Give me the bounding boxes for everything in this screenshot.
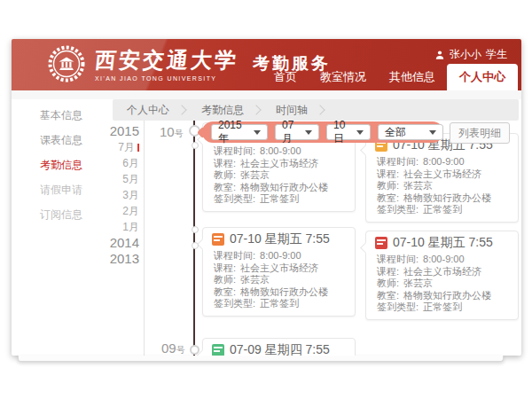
university-name-cn: 西安交通大学 <box>93 46 239 74</box>
card-field-row: 课程:社会主义市场经济 <box>212 158 346 170</box>
card-field-row: 课程时间:8:00-9:00 <box>212 145 346 158</box>
card-body: 课程时间:8:00-9:00课程:社会主义市场经济教师:张芸京教室:格物致知行政… <box>375 254 509 314</box>
nav-tab-2[interactable]: 教室情况 <box>309 64 378 90</box>
field-label: 课程: <box>214 262 236 275</box>
field-value: 张芸京 <box>240 169 270 182</box>
timeline-year-month-nav: 20157月6月5月3月2月1月20142013 <box>98 123 139 267</box>
sidebar-item-1[interactable]: 基本信息 <box>12 103 111 128</box>
card-field-row: 教室:格物致知行政办公楼 <box>375 192 509 205</box>
attendance-type-icon <box>212 233 224 246</box>
nav-tab-3[interactable]: 其他信息 <box>378 64 447 90</box>
sidebar-item-3[interactable]: 考勤信息 <box>12 153 111 177</box>
app-window: 西安交通大学 XI'AN JIAO TONG UNIVERSITY 考勤服务 张… <box>12 39 521 356</box>
attendance-card[interactable]: 07-09 星期四 7:55 <box>202 338 356 356</box>
user-role: 学生 <box>486 47 507 62</box>
day-marker-09: 09号 <box>161 340 185 356</box>
field-label: 课程时间: <box>377 254 419 266</box>
timeline-nav-label: 2月 <box>122 205 139 217</box>
filter-dropdown-1[interactable]: 2015年 <box>211 124 268 140</box>
person-icon <box>434 50 445 60</box>
breadcrumb-item-1[interactable]: 个人中心 <box>113 103 176 118</box>
field-label: 课程时间: <box>214 145 255 158</box>
card-field-row: 课程时间:8:00-9:00 <box>375 254 509 266</box>
field-label: 签到类型: <box>377 204 419 216</box>
card-field-row: 教师:张芸京 <box>212 169 346 182</box>
filter-dropdown-3[interactable]: 10日 <box>326 124 371 140</box>
timeline-nav-label: 2014 <box>110 235 139 250</box>
university-name-en: XI'AN JIAO TONG UNIVERSITY <box>95 75 239 82</box>
field-label: 教师: <box>214 274 236 286</box>
timeline-nav-2月[interactable]: 2月 <box>98 203 139 219</box>
nav-tab-4[interactable]: 个人中心 <box>447 64 518 90</box>
field-label: 教室: <box>214 286 236 299</box>
day-marker-number: 10 <box>160 124 175 139</box>
field-value: 8:00-9:00 <box>260 250 301 262</box>
dropdown-value: 全部 <box>385 125 406 140</box>
field-value: 格物致知行政办公楼 <box>240 182 328 194</box>
attendance-card[interactable]: 07-10 星期五 7:55课程时间:8:00-9:00课程:社会主义市场经济教… <box>365 133 519 223</box>
timeline-nav-2014[interactable]: 2014 <box>98 235 139 251</box>
field-label: 课程: <box>214 158 236 170</box>
card-field-row: 教师:张芸京 <box>375 180 509 192</box>
sidebar-item-5[interactable]: 订阅信息 <box>12 202 111 227</box>
timeline-nav-3月[interactable]: 3月 <box>98 187 139 203</box>
card-field-row: 签到类型:正常签到 <box>375 204 509 216</box>
chevron-down-icon <box>254 130 261 135</box>
sidebar-item-4[interactable]: 请假申请 <box>12 177 111 202</box>
timeline-nav-7月[interactable]: 7月 <box>98 139 139 155</box>
field-value: 格物致知行政办公楼 <box>403 290 491 302</box>
breadcrumb-item-2[interactable]: 考勤信息 <box>187 103 251 118</box>
filter-dropdown-2[interactable]: 07月 <box>275 124 319 140</box>
field-label: 课程: <box>377 266 399 278</box>
field-label: 签到类型: <box>377 301 419 314</box>
field-value: 张芸京 <box>403 278 433 290</box>
timeline-node <box>192 142 199 149</box>
attendance-card[interactable]: 07-10 星期五 7:55课程时间:8:00-9:00课程:社会主义市场经济教… <box>365 231 519 320</box>
card-field-row: 签到类型:正常签到 <box>212 298 346 310</box>
panel-stacked-edge <box>18 356 504 362</box>
field-label: 教室: <box>377 192 399 205</box>
timeline-nav-label: 1月 <box>122 221 139 233</box>
card-date: 07-09 星期四 7:55 <box>230 342 330 356</box>
dropdown-value: 10日 <box>333 119 351 146</box>
date-filter-bar: 2015年07月10日全部 <box>202 121 443 143</box>
card-header: 07-09 星期四 7:55 <box>212 342 346 356</box>
card-header: 07-10 星期五 7:55 <box>212 231 346 247</box>
breadcrumb-arrow-icon <box>176 105 186 114</box>
filter-dropdown-4[interactable]: 全部 <box>378 124 443 140</box>
current-month-tick-icon <box>137 144 139 152</box>
card-body: 课程时间:8:00-9:00课程:社会主义市场经济教师:张芸京教室:格物致知行政… <box>212 250 346 310</box>
header-divider-strip <box>12 90 521 99</box>
user-box[interactable]: 张小小 学生 <box>434 47 507 62</box>
card-date: 07-10 星期五 7:55 <box>393 235 493 251</box>
day-marker-suffix: 号 <box>175 129 184 138</box>
timeline-nav-1月[interactable]: 1月 <box>98 219 139 235</box>
timeline-nav-2015[interactable]: 2015 <box>98 123 139 139</box>
field-value: 正常签到 <box>423 204 462 216</box>
timeline-nav-6月[interactable]: 6月 <box>98 155 139 171</box>
card-header: 07-10 星期五 7:55 <box>375 235 509 251</box>
card-field-row: 教室:格物致知行政办公楼 <box>212 182 346 194</box>
breadcrumb: 个人中心考勤信息时间轴 <box>113 99 519 121</box>
timeline-nav-5月[interactable]: 5月 <box>98 171 139 187</box>
timeline-nav-label: 6月 <box>122 157 139 169</box>
field-value: 正常签到 <box>423 301 462 314</box>
field-label: 教师: <box>377 180 399 192</box>
field-label: 签到类型: <box>214 298 255 310</box>
timeline-nav-2013[interactable]: 2013 <box>98 251 139 267</box>
day-marker-10: 10号 <box>160 124 184 140</box>
field-value: 8:00-9:00 <box>260 145 301 158</box>
timeline-axis <box>193 121 195 356</box>
card-field-row: 签到类型:正常签到 <box>212 193 346 206</box>
university-emblem-icon <box>47 44 86 83</box>
attendance-card[interactable]: 07-10 星期五 7:55课程时间:8:00-9:00课程:社会主义市场经济教… <box>202 227 356 317</box>
list-detail-button[interactable]: 列表明细 <box>450 122 510 144</box>
attendance-type-icon <box>212 344 224 356</box>
nav-tab-1[interactable]: 首页 <box>262 64 309 90</box>
field-label: 课程: <box>377 168 399 181</box>
sidebar-item-2[interactable]: 课表信息 <box>12 128 111 153</box>
breadcrumb-arrow-icon <box>315 105 325 114</box>
breadcrumb-item-3[interactable]: 时间轴 <box>262 103 315 118</box>
card-tail-icon <box>360 145 372 156</box>
card-field-row: 教师:张芸京 <box>212 274 346 286</box>
